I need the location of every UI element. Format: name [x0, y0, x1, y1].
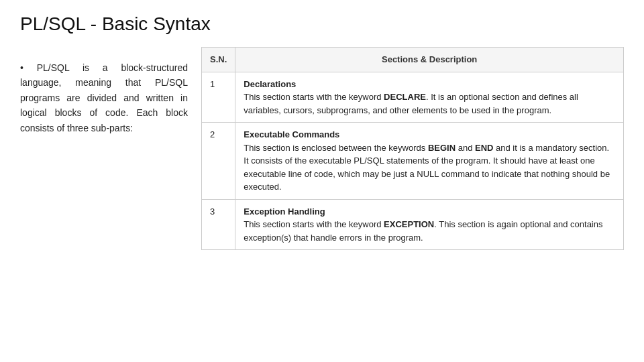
- row-body: This section starts with the keyword DEC…: [244, 90, 615, 117]
- content-area: • PL/SQL is a block-structured language,…: [20, 47, 624, 250]
- left-description: • PL/SQL is a block-structured language,…: [20, 47, 188, 135]
- table-cell-desc: Executable CommandsThis section is enclo…: [235, 123, 624, 200]
- table-header-row: S.N. Sections & Description: [202, 48, 624, 72]
- table-row: 1DeclarationsThis section starts with th…: [202, 72, 624, 123]
- table-cell-sn: 3: [202, 199, 235, 250]
- col-header-sn: S.N.: [202, 48, 235, 72]
- table-row: 2Executable CommandsThis section is encl…: [202, 123, 624, 200]
- table-cell-desc: DeclarationsThis section starts with the…: [235, 72, 624, 123]
- page-title: PL/SQL - Basic Syntax: [20, 13, 624, 35]
- syntax-table: S.N. Sections & Description 1Declaration…: [201, 47, 624, 250]
- table-cell-sn: 2: [202, 123, 235, 200]
- table-row: 3Exception HandlingThis section starts w…: [202, 199, 624, 250]
- row-body: This section starts with the keyword EXC…: [244, 218, 615, 244]
- row-title: Exception Handling: [244, 205, 615, 219]
- row-title: Declarations: [244, 78, 615, 91]
- table-cell-sn: 1: [202, 72, 235, 123]
- row-body: This section is enclosed between the key…: [244, 141, 615, 194]
- row-title: Executable Commands: [244, 128, 615, 141]
- left-paragraph: • PL/SQL is a block-structured language,…: [20, 60, 188, 135]
- col-header-desc: Sections & Description: [235, 48, 624, 72]
- table-cell-desc: Exception HandlingThis section starts wi…: [235, 199, 624, 250]
